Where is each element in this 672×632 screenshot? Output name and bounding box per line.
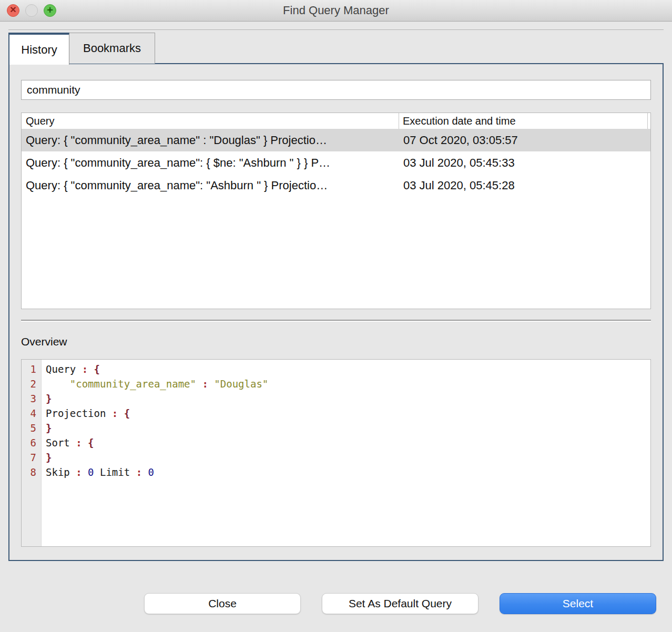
tab-bookmarks[interactable]: Bookmarks xyxy=(69,33,155,64)
tab-bar: History Bookmarks xyxy=(8,29,664,63)
code-line: Query : { xyxy=(46,362,268,376)
line-number: 3 xyxy=(22,391,36,406)
traffic-lights: ✕ + xyxy=(7,4,56,17)
line-number: 7 xyxy=(22,450,36,465)
query-overview-editor[interactable]: 12345678 Query : { "community_area_name"… xyxy=(21,359,651,547)
window-title: Find Query Manager xyxy=(0,4,672,17)
minimize-window-button[interactable] xyxy=(25,4,38,17)
splitter-handle[interactable] xyxy=(21,320,651,322)
row-query-text: Query: { "community_area_name": "Ashburn… xyxy=(22,179,399,192)
column-header-query[interactable]: Query xyxy=(22,113,399,129)
set-as-default-query-button[interactable]: Set As Default Query xyxy=(322,593,478,614)
row-execution-date: 03 Jul 2020, 05:45:33 xyxy=(399,156,650,170)
line-number-gutter: 12345678 xyxy=(22,360,42,546)
code-line: "community_area_name" : "Douglas" xyxy=(46,376,268,391)
select-button[interactable]: Select xyxy=(500,593,656,614)
close-window-button[interactable]: ✕ xyxy=(7,4,19,17)
overview-label: Overview xyxy=(21,335,651,348)
code-line: } xyxy=(46,450,268,465)
history-table-row[interactable]: Query: { "community_area_name": { $ne: "… xyxy=(22,151,650,174)
query-history-table: Query Execution date and time Query: { "… xyxy=(21,113,651,309)
row-query-text: Query: { "community_area_name" : "Dougla… xyxy=(22,134,399,147)
row-execution-date: 03 Jul 2020, 05:45:28 xyxy=(399,179,650,192)
code-line: } xyxy=(46,421,268,435)
column-header-execution-date[interactable]: Execution date and time xyxy=(399,113,648,129)
code-line: Skip : 0 Limit : 0 xyxy=(46,465,268,480)
code-line: Projection : { xyxy=(46,406,268,421)
row-execution-date: 07 Oct 2020, 03:05:57 xyxy=(399,134,650,147)
titlebar: ✕ + Find Query Manager xyxy=(0,0,672,22)
history-table-row[interactable]: Query: { "community_area_name" : "Dougla… xyxy=(22,129,650,151)
filter-input[interactable] xyxy=(21,80,651,100)
code-line: } xyxy=(46,391,268,406)
line-number: 6 xyxy=(22,435,36,450)
close-button[interactable]: Close xyxy=(144,593,301,614)
history-tab-pane: Query Execution date and time Query: { "… xyxy=(8,63,664,561)
close-icon: ✕ xyxy=(9,6,16,14)
line-number: 2 xyxy=(22,376,36,391)
code-line: Sort : { xyxy=(46,435,268,450)
zoom-window-button[interactable]: + xyxy=(44,4,56,17)
tab-bar-filler xyxy=(155,30,664,63)
history-table-row[interactable]: Query: { "community_area_name": "Ashburn… xyxy=(22,174,650,197)
table-header-row: Query Execution date and time xyxy=(22,113,650,129)
table-body: Query: { "community_area_name" : "Dougla… xyxy=(22,129,650,197)
dialog-buttons: Close Set As Default Query Select xyxy=(0,593,672,614)
row-query-text: Query: { "community_area_name": { $ne: "… xyxy=(22,156,399,170)
line-number: 4 xyxy=(22,406,36,421)
code-area: Query : { "community_area_name" : "Dougl… xyxy=(42,360,268,546)
tab-history[interactable]: History xyxy=(8,33,69,65)
find-query-manager-window: ✕ + Find Query Manager History Bookmarks… xyxy=(0,0,672,614)
line-number: 5 xyxy=(22,421,36,435)
line-number: 1 xyxy=(22,362,36,376)
plus-icon: + xyxy=(47,5,53,15)
line-number: 8 xyxy=(22,465,36,480)
